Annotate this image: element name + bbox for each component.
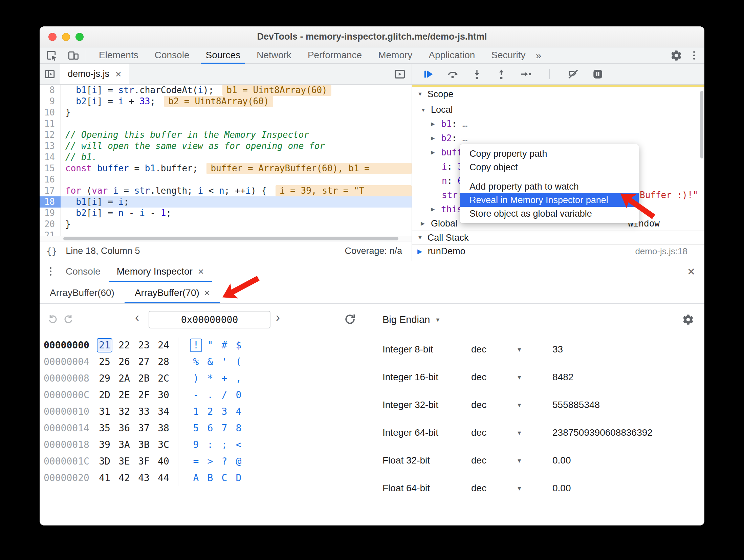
format-dropdown[interactable]: dec▾: [471, 455, 552, 466]
ascii-char[interactable]: 4: [232, 405, 246, 418]
hex-byte[interactable]: 3E: [114, 454, 134, 469]
inspect-element-icon[interactable]: [46, 49, 58, 62]
hex-byte[interactable]: 2D: [95, 388, 114, 402]
line-number[interactable]: 20: [40, 219, 61, 230]
drawer-tab-memory-inspector[interactable]: Memory Inspector×: [109, 261, 212, 282]
step-icon[interactable]: [520, 68, 532, 80]
ascii-char[interactable]: (: [232, 355, 246, 369]
line-number[interactable]: 13: [40, 141, 61, 152]
hex-byte[interactable]: 39: [95, 438, 114, 452]
format-code-icon[interactable]: {}: [46, 246, 57, 256]
code-line[interactable]: 11: [40, 118, 412, 129]
ascii-char[interactable]: :: [203, 438, 217, 452]
resume-script-icon[interactable]: [422, 68, 434, 80]
hex-byte[interactable]: 2A: [114, 371, 134, 386]
hex-byte[interactable]: 32: [114, 405, 134, 419]
code-line[interactable]: 20}: [40, 219, 412, 230]
callstack-frame[interactable]: ▶ runDemo demo-js.js:18: [412, 245, 704, 258]
hex-byte[interactable]: 2B: [134, 371, 154, 386]
ascii-char[interactable]: ;: [217, 438, 232, 452]
menu-item-0[interactable]: Copy property path: [460, 147, 639, 160]
ascii-char[interactable]: *: [203, 372, 217, 385]
next-page-icon[interactable]: ›: [276, 310, 280, 325]
navigator-toggle-icon[interactable]: [44, 68, 56, 80]
refresh-icon[interactable]: [344, 313, 356, 326]
ascii-char[interactable]: 0: [232, 388, 246, 402]
line-number[interactable]: 15: [40, 163, 61, 174]
menu-item-4[interactable]: Store object as global variable: [460, 207, 639, 220]
more-tabs-icon[interactable]: »: [535, 50, 541, 61]
hex-byte[interactable]: 3C: [154, 438, 173, 452]
history-forward-icon[interactable]: [63, 314, 74, 325]
code-line[interactable]: 14// b1.: [40, 152, 412, 163]
hex-byte[interactable]: 30: [154, 388, 173, 402]
ascii-char[interactable]: 9: [189, 438, 203, 452]
ascii-char[interactable]: &: [203, 355, 217, 369]
format-dropdown[interactable]: dec▾: [471, 400, 552, 410]
ascii-char[interactable]: ): [189, 372, 203, 385]
code-line[interactable]: 12// Opening this buffer in the Memory I…: [40, 129, 412, 141]
close-drawer-icon[interactable]: ×: [687, 265, 695, 278]
ascii-char[interactable]: 7: [217, 422, 232, 435]
tab-memory[interactable]: Memory: [370, 47, 420, 64]
line-number[interactable]: 18: [40, 196, 61, 208]
ascii-char[interactable]: %: [189, 355, 203, 369]
pause-on-exceptions-icon[interactable]: [592, 68, 604, 80]
line-number[interactable]: 8: [40, 85, 61, 96]
ascii-char[interactable]: 8: [232, 422, 246, 435]
code-line[interactable]: 10}: [40, 107, 412, 118]
ascii-char[interactable]: 6: [203, 422, 217, 435]
ascii-char[interactable]: 1: [189, 405, 203, 418]
scope-variable-b1[interactable]: ▶b1: …: [412, 117, 704, 131]
menu-item-2[interactable]: Add property path to watch: [460, 180, 639, 193]
code-line[interactable]: 16: [40, 174, 412, 185]
tab-sources[interactable]: Sources: [197, 47, 248, 64]
line-number[interactable]: 10: [40, 107, 61, 118]
step-out-icon[interactable]: [495, 68, 507, 80]
tab-performance[interactable]: Performance: [300, 47, 370, 64]
ascii-char[interactable]: ?: [217, 455, 232, 468]
ascii-char[interactable]: C: [217, 471, 232, 485]
history-back-icon[interactable]: [47, 314, 59, 325]
ascii-char[interactable]: !: [189, 339, 203, 352]
editor-preview-icon[interactable]: [393, 68, 406, 81]
hex-byte[interactable]: 21: [95, 338, 114, 352]
code-line[interactable]: 21: [40, 230, 412, 236]
close-icon[interactable]: ×: [204, 288, 210, 298]
hex-byte[interactable]: 3D: [95, 454, 114, 469]
tab-network[interactable]: Network: [248, 47, 300, 64]
ascii-char[interactable]: B: [203, 471, 217, 485]
scrollbar-thumb[interactable]: [63, 237, 398, 240]
hex-byte[interactable]: 34: [154, 405, 173, 419]
ascii-char[interactable]: ,: [232, 372, 246, 385]
ascii-char[interactable]: >: [203, 455, 217, 468]
file-tab-demo-js[interactable]: demo-js.js ×: [60, 64, 129, 84]
line-number[interactable]: 12: [40, 129, 61, 141]
step-over-icon[interactable]: [446, 68, 459, 80]
drawer-menu-icon[interactable]: [48, 266, 53, 277]
hex-byte[interactable]: 22: [114, 338, 134, 352]
address-input[interactable]: [149, 311, 270, 328]
ascii-char[interactable]: ': [217, 355, 232, 369]
ascii-char[interactable]: $: [232, 339, 246, 352]
hex-byte[interactable]: 24: [154, 338, 173, 352]
scope-section-header[interactable]: ▼ Scope: [412, 87, 704, 101]
hex-byte[interactable]: 3B: [134, 438, 154, 452]
menu-item-3[interactable]: Reveal in Memory Inspector panel: [460, 193, 639, 207]
code-line[interactable]: 17for (var i = str.length; i < n; ++i) {…: [40, 185, 412, 196]
hex-byte[interactable]: 3A: [114, 438, 134, 452]
hex-byte[interactable]: 33: [134, 405, 154, 419]
ascii-char[interactable]: D: [232, 471, 246, 485]
step-into-icon[interactable]: [471, 68, 483, 80]
ascii-char[interactable]: #: [217, 339, 232, 352]
hex-byte[interactable]: 36: [114, 421, 134, 435]
code-line[interactable]: 18 b1[i] = i;: [40, 196, 412, 208]
horizontal-scrollbar[interactable]: [40, 236, 412, 241]
code-line[interactable]: 9 b2[i] = i + 33;b2 = Uint8Array(60): [40, 96, 412, 107]
deactivate-breakpoints-icon[interactable]: [567, 68, 579, 80]
format-dropdown[interactable]: dec▾: [471, 344, 552, 355]
line-number[interactable]: 9: [40, 96, 61, 107]
ascii-char[interactable]: ": [203, 339, 217, 352]
code-line[interactable]: 13// will open the same view as for open…: [40, 141, 412, 152]
ascii-char[interactable]: <: [232, 438, 246, 452]
